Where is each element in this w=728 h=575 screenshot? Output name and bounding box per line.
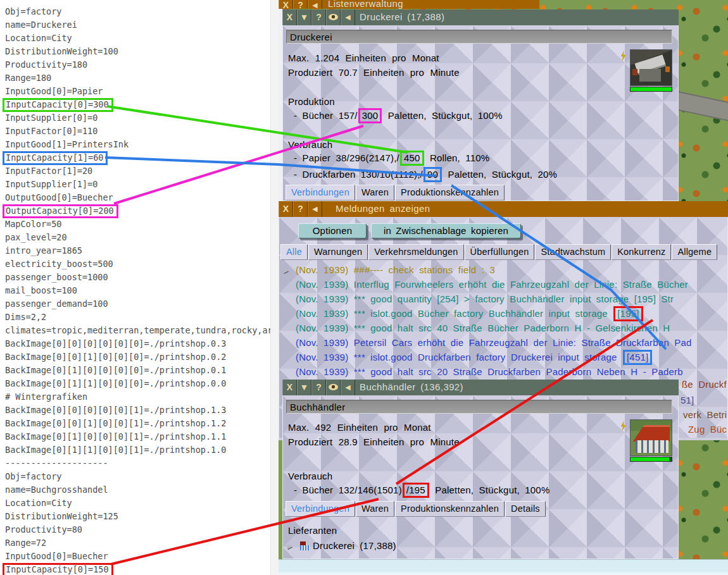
message-row[interactable]: ►(Nov. 1939) ###---- check stations fiel… xyxy=(282,263,495,278)
config-line: passenger_demand=100 xyxy=(5,297,277,311)
eye-button[interactable] xyxy=(326,380,341,395)
druckerei-body: Druckerei Max. 1.204 Einheiten pro Monat… xyxy=(282,25,679,201)
config-line: Range=72 xyxy=(5,536,277,550)
message-fragment: 51] xyxy=(681,395,694,405)
tab-verbindungen[interactable]: Verbindungen xyxy=(286,501,355,517)
config-line: OutputCapacity[0]=200 xyxy=(5,204,277,218)
message-text: (Nov. 1939) Interflug Fourwheelers erhöh… xyxy=(296,279,688,290)
message-list: ►(Nov. 1939) ###---- check stations fiel… xyxy=(282,263,727,390)
factory-thumbnail xyxy=(630,49,672,86)
eye-button[interactable] xyxy=(326,9,341,25)
meldungen-titlebar[interactable]: X?◄ Meldungen anzeigen xyxy=(279,201,728,217)
eye-icon xyxy=(329,384,338,390)
help-button[interactable]: ? xyxy=(293,0,308,9)
config-line: BackImage[0][0][0][0][0][0]=./printshop.… xyxy=(5,337,277,350)
eye-icon xyxy=(329,14,338,20)
config-line: Productivity=80 xyxy=(5,523,277,536)
message-row[interactable]: (Nov. 1939) *** good halt src 20 Straße … xyxy=(282,365,683,380)
close-button[interactable]: X xyxy=(282,380,297,395)
highlight-box-blue: InputCapacity[1]=60 xyxy=(3,151,108,165)
electricity-icon xyxy=(620,51,627,61)
close-button[interactable]: X xyxy=(282,9,297,25)
factory-icon xyxy=(300,541,310,550)
config-text: Obj=factoryname=DruckereiLocation=CityDi… xyxy=(5,5,277,575)
tab-waren[interactable]: Waren xyxy=(356,501,394,517)
tab-produktionskennzahlen[interactable]: Produktionskennzahlen xyxy=(395,501,505,517)
config-line: MapColor=50 xyxy=(5,218,277,231)
options-button[interactable]: Optionen xyxy=(298,223,367,238)
listenverwaltung-titlebar[interactable]: X?◄ Listenverwaltung xyxy=(279,0,539,9)
buchhaendler-tab-row: VerbindungenWarenProduktionskennzahlenDe… xyxy=(286,501,678,517)
tab-waren[interactable]: Waren xyxy=(356,185,394,201)
message-row[interactable]: (Nov. 1939) *** islot.good Druckfarben f… xyxy=(282,350,653,365)
config-line: pax_level=20 xyxy=(5,231,277,244)
factory-name-input[interactable]: Druckerei xyxy=(286,30,672,44)
help-button[interactable]: ? xyxy=(311,380,326,395)
close-button[interactable]: X xyxy=(279,0,293,9)
config-line: -------------------- xyxy=(5,457,277,470)
config-line: InputSupplier[0]=0 xyxy=(5,111,277,125)
config-line: Range=180 xyxy=(5,71,277,85)
config-line: mail_boost=100 xyxy=(5,284,277,297)
tab-warnungen[interactable]: Warnungen xyxy=(308,244,368,260)
tab-verbindungen[interactable]: Verbindungen xyxy=(286,185,355,201)
goto-button[interactable]: ◄ xyxy=(308,0,322,9)
message-text: (Nov. 1939) *** good halt src 20 Straße … xyxy=(296,366,683,377)
config-line: name=Buchgrosshandel xyxy=(5,483,277,497)
config-line: BackImage[0][0][1][0][0][0]=./printshop.… xyxy=(5,350,277,364)
supplier-row[interactable]: ► xyxy=(286,540,299,553)
tab-konkurrenz[interactable]: Konkurrenz xyxy=(612,244,671,260)
factory-name-input[interactable]: Buchhändler xyxy=(286,400,672,414)
config-line: InputFactor[1]=20 xyxy=(5,164,277,178)
highlight-box-red: /195 xyxy=(403,483,429,498)
tab-alle[interactable]: Alle xyxy=(280,244,308,260)
goto-button[interactable]: ◄ xyxy=(308,201,322,217)
config-line: climates=tropic,mediterran,temperate,tun… xyxy=(5,324,277,337)
goto-button[interactable]: ◄ xyxy=(341,380,355,395)
config-line: DistributionWeight=100 xyxy=(5,45,277,58)
factory-status-bar xyxy=(630,457,672,462)
config-line: BackImage[0][0][1][0][0][1]=./printshop.… xyxy=(5,417,277,430)
druckerei-titlebar[interactable]: X▼?◄ Druckerei (17,388) xyxy=(282,9,679,25)
current-production-text: Produziert 70.7 Einheiten pro Minute xyxy=(288,67,460,78)
tab-verkehrsmeldungen[interactable]: Verkehrsmeldungen xyxy=(368,244,463,260)
supplier-name[interactable]: Druckerei (17,388) xyxy=(313,540,396,552)
factory-thumbnail xyxy=(630,419,672,456)
tab-details[interactable]: Details xyxy=(505,501,546,517)
window-title: Listenverwaltung xyxy=(328,0,403,9)
config-line: BackImage[0][1][1][0][0][1]=./printshop.… xyxy=(5,443,277,457)
tab-produktionskennzahlen[interactable]: Produktionskennzahlen xyxy=(395,185,505,201)
config-line: Location=City xyxy=(5,32,277,45)
tab-stadtwachstum[interactable]: Stadtwachstum xyxy=(535,244,611,260)
goto-button[interactable]: ◄ xyxy=(341,9,355,25)
message-row[interactable]: (Nov. 1939) Interflug Fourwheelers erhöh… xyxy=(282,278,688,292)
shade-button[interactable]: ▼ xyxy=(297,9,311,25)
tab-überfüllungen[interactable]: Überfüllungen xyxy=(465,244,535,260)
row-text: - Bücher 157/ xyxy=(294,110,358,121)
shade-button[interactable]: ▼ xyxy=(297,380,311,395)
expand-arrow-icon[interactable]: ► xyxy=(286,540,299,553)
buchhaendler-body: Buchhändler Max. 492 Einheiten pro Monat… xyxy=(282,395,679,559)
row-text: Paletten, Stückgut, 100% xyxy=(430,485,550,495)
message-row[interactable]: (Nov. 1939) *** islot.good Bücher factor… xyxy=(282,307,644,321)
highlight-box-red: [195] xyxy=(613,306,643,321)
message-row[interactable]: (Nov. 1939) *** good quantity [254] > fa… xyxy=(282,292,674,307)
close-button[interactable]: X xyxy=(279,201,293,217)
row-text: Paletten, Stückgut, 100% xyxy=(382,110,503,121)
copy-to-clipboard-button[interactable]: in Zwischenablage kopieren xyxy=(371,223,521,238)
help-button[interactable]: ? xyxy=(311,9,326,25)
config-line: InputSupplier[1]=0 xyxy=(5,178,277,191)
bottom-panel xyxy=(279,559,728,575)
message-text: (Nov. 1939) ###---- check stations field… xyxy=(296,264,495,275)
window-title: Meldungen anzeigen xyxy=(336,203,430,214)
message-row[interactable]: (Nov. 1939) Petersil Cars erhöht die Fah… xyxy=(282,336,692,350)
row-text: - Bücher 132/146(1501) xyxy=(294,485,402,495)
editor-scrollbar[interactable] xyxy=(270,0,279,575)
game-area: X?◄ Listenverwaltung X▼?◄ Druckerei (17,… xyxy=(279,0,728,575)
tab-allgeme[interactable]: Allgeme xyxy=(672,244,717,260)
help-button[interactable]: ? xyxy=(293,201,308,217)
druckerei-window: X▼?◄ Druckerei (17,388) Druckerei Max. 1… xyxy=(282,9,679,201)
message-row[interactable]: (Nov. 1939) *** good halt src 40 Straße … xyxy=(282,321,670,336)
config-line: intro_year=1865 xyxy=(5,244,277,257)
buchhaendler-titlebar[interactable]: X▼?◄ Buchhändler (136,392) xyxy=(282,380,679,395)
